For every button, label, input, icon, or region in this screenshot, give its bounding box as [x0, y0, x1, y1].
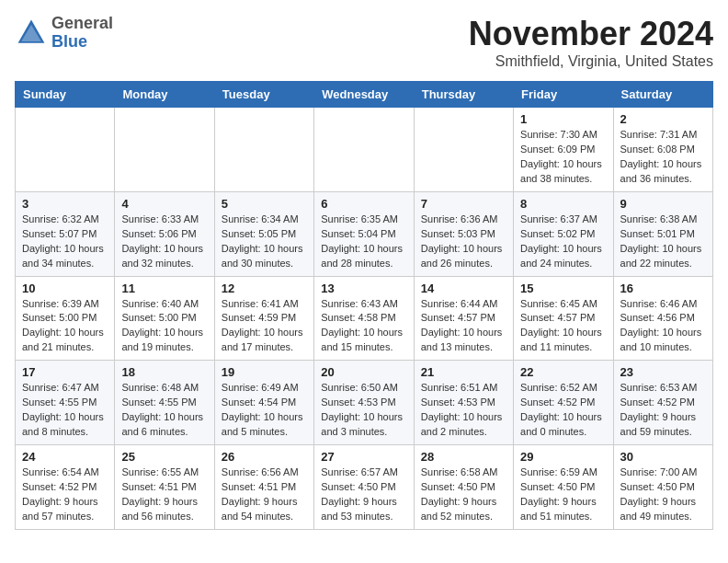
day-number: 22: [520, 365, 606, 379]
weekday-header: Wednesday: [314, 82, 414, 108]
day-info: Sunrise: 6:36 AM Sunset: 5:03 PM Dayligh…: [421, 213, 506, 271]
day-info: Sunrise: 6:53 AM Sunset: 4:52 PM Dayligh…: [620, 381, 706, 440]
day-info: Sunrise: 6:32 AM Sunset: 5:07 PM Dayligh…: [22, 213, 108, 271]
calendar-cell: 1Sunrise: 7:30 AM Sunset: 6:09 PM Daylig…: [514, 108, 613, 192]
month-title: November 2024: [469, 15, 713, 53]
day-info: Sunrise: 6:55 AM Sunset: 4:51 PM Dayligh…: [121, 465, 207, 524]
day-number: 16: [620, 282, 706, 295]
day-number: 29: [520, 450, 606, 464]
calendar-cell: 26Sunrise: 6:56 AM Sunset: 4:51 PM Dayli…: [214, 445, 313, 530]
day-info: Sunrise: 6:49 AM Sunset: 4:54 PM Dayligh…: [222, 381, 307, 440]
day-info: Sunrise: 7:31 AM Sunset: 6:08 PM Dayligh…: [620, 128, 706, 187]
day-number: 14: [421, 282, 506, 295]
day-info: Sunrise: 6:37 AM Sunset: 5:02 PM Dayligh…: [520, 213, 606, 271]
weekday-header: Friday: [514, 82, 613, 108]
day-number: 20: [321, 365, 406, 379]
calendar-cell: 6Sunrise: 6:35 AM Sunset: 5:04 PM Daylig…: [314, 191, 414, 276]
calendar-week-row: 10Sunrise: 6:39 AM Sunset: 5:00 PM Dayli…: [16, 276, 713, 361]
day-number: 30: [620, 450, 706, 464]
calendar-cell: [115, 108, 214, 192]
weekday-header: Thursday: [414, 82, 513, 108]
location: Smithfield, Virginia, United States: [469, 53, 713, 70]
calendar-cell: 4Sunrise: 6:33 AM Sunset: 5:06 PM Daylig…: [115, 191, 214, 276]
calendar-cell: 8Sunrise: 6:37 AM Sunset: 5:02 PM Daylig…: [514, 191, 613, 276]
day-number: 23: [620, 365, 706, 379]
calendar-cell: [314, 108, 414, 192]
calendar-week-row: 3Sunrise: 6:32 AM Sunset: 5:07 PM Daylig…: [16, 191, 713, 276]
calendar-week-row: 17Sunrise: 6:47 AM Sunset: 4:55 PM Dayli…: [16, 361, 713, 445]
day-number: 8: [520, 197, 606, 211]
day-number: 18: [121, 365, 207, 379]
calendar-cell: 9Sunrise: 6:38 AM Sunset: 5:01 PM Daylig…: [613, 191, 712, 276]
weekday-header: Tuesday: [214, 82, 313, 108]
day-number: 9: [620, 197, 706, 211]
logo: General Blue: [15, 15, 113, 52]
day-info: Sunrise: 6:47 AM Sunset: 4:55 PM Dayligh…: [22, 381, 108, 440]
title-block: November 2024 Smithfield, Virginia, Unit…: [469, 15, 713, 70]
day-number: 11: [121, 282, 207, 295]
day-number: 21: [421, 365, 506, 379]
day-number: 12: [222, 282, 307, 295]
calendar-header: SundayMondayTuesdayWednesdayThursdayFrid…: [16, 82, 713, 108]
day-number: 25: [121, 450, 207, 464]
calendar-cell: 21Sunrise: 6:51 AM Sunset: 4:53 PM Dayli…: [414, 361, 513, 445]
page-header: General Blue November 2024 Smithfield, V…: [15, 15, 713, 70]
day-number: 26: [222, 450, 307, 464]
day-info: Sunrise: 6:38 AM Sunset: 5:01 PM Dayligh…: [620, 213, 706, 271]
calendar-body: 1Sunrise: 7:30 AM Sunset: 6:09 PM Daylig…: [16, 108, 713, 530]
day-info: Sunrise: 6:48 AM Sunset: 4:55 PM Dayligh…: [121, 381, 207, 440]
day-info: Sunrise: 6:54 AM Sunset: 4:52 PM Dayligh…: [22, 465, 108, 524]
day-number: 17: [22, 365, 108, 379]
logo-icon: [15, 17, 48, 50]
calendar-cell: 27Sunrise: 6:57 AM Sunset: 4:50 PM Dayli…: [314, 445, 414, 530]
day-info: Sunrise: 6:33 AM Sunset: 5:06 PM Dayligh…: [121, 213, 207, 271]
day-info: Sunrise: 6:51 AM Sunset: 4:53 PM Dayligh…: [421, 381, 506, 440]
day-number: 13: [321, 282, 406, 295]
day-info: Sunrise: 6:43 AM Sunset: 4:58 PM Dayligh…: [321, 297, 406, 356]
calendar-week-row: 1Sunrise: 7:30 AM Sunset: 6:09 PM Daylig…: [16, 108, 713, 192]
day-info: Sunrise: 7:00 AM Sunset: 4:50 PM Dayligh…: [620, 465, 706, 524]
day-number: 10: [22, 282, 108, 295]
day-info: Sunrise: 6:44 AM Sunset: 4:57 PM Dayligh…: [421, 297, 506, 356]
calendar-week-row: 24Sunrise: 6:54 AM Sunset: 4:52 PM Dayli…: [16, 445, 713, 530]
day-info: Sunrise: 6:34 AM Sunset: 5:05 PM Dayligh…: [222, 213, 307, 271]
day-number: 19: [222, 365, 307, 379]
calendar-cell: [414, 108, 513, 192]
day-number: 1: [520, 112, 606, 126]
calendar-cell: 15Sunrise: 6:45 AM Sunset: 4:57 PM Dayli…: [514, 276, 613, 361]
day-info: Sunrise: 6:57 AM Sunset: 4:50 PM Dayligh…: [321, 465, 406, 524]
day-number: 4: [121, 197, 207, 211]
day-number: 15: [520, 282, 606, 295]
calendar-cell: 14Sunrise: 6:44 AM Sunset: 4:57 PM Dayli…: [414, 276, 513, 361]
day-info: Sunrise: 7:30 AM Sunset: 6:09 PM Dayligh…: [520, 128, 606, 187]
calendar-cell: 19Sunrise: 6:49 AM Sunset: 4:54 PM Dayli…: [214, 361, 313, 445]
calendar-cell: 18Sunrise: 6:48 AM Sunset: 4:55 PM Dayli…: [115, 361, 214, 445]
calendar-cell: [16, 108, 115, 192]
weekday-header: Sunday: [16, 82, 115, 108]
calendar-cell: 23Sunrise: 6:53 AM Sunset: 4:52 PM Dayli…: [613, 361, 712, 445]
calendar-cell: 16Sunrise: 6:46 AM Sunset: 4:56 PM Dayli…: [613, 276, 712, 361]
day-number: 3: [22, 197, 108, 211]
calendar-cell: 11Sunrise: 6:40 AM Sunset: 5:00 PM Dayli…: [115, 276, 214, 361]
day-number: 2: [620, 112, 706, 126]
calendar-cell: [214, 108, 313, 192]
day-info: Sunrise: 6:59 AM Sunset: 4:50 PM Dayligh…: [520, 465, 606, 524]
calendar-table: SundayMondayTuesdayWednesdayThursdayFrid…: [15, 81, 713, 530]
day-number: 27: [321, 450, 406, 464]
day-info: Sunrise: 6:41 AM Sunset: 4:59 PM Dayligh…: [222, 297, 307, 356]
day-info: Sunrise: 6:46 AM Sunset: 4:56 PM Dayligh…: [620, 297, 706, 356]
logo-text: General Blue: [51, 15, 113, 52]
calendar-cell: 25Sunrise: 6:55 AM Sunset: 4:51 PM Dayli…: [115, 445, 214, 530]
calendar-cell: 2Sunrise: 7:31 AM Sunset: 6:08 PM Daylig…: [613, 108, 712, 192]
weekday-header: Saturday: [613, 82, 712, 108]
day-number: 6: [321, 197, 406, 211]
calendar-cell: 17Sunrise: 6:47 AM Sunset: 4:55 PM Dayli…: [16, 361, 115, 445]
day-info: Sunrise: 6:35 AM Sunset: 5:04 PM Dayligh…: [321, 213, 406, 271]
calendar-cell: 30Sunrise: 7:00 AM Sunset: 4:50 PM Dayli…: [613, 445, 712, 530]
calendar-cell: 13Sunrise: 6:43 AM Sunset: 4:58 PM Dayli…: [314, 276, 414, 361]
weekday-header: Monday: [115, 82, 214, 108]
day-info: Sunrise: 6:40 AM Sunset: 5:00 PM Dayligh…: [121, 297, 207, 356]
calendar-cell: 12Sunrise: 6:41 AM Sunset: 4:59 PM Dayli…: [214, 276, 313, 361]
day-number: 5: [222, 197, 307, 211]
calendar-cell: 3Sunrise: 6:32 AM Sunset: 5:07 PM Daylig…: [16, 191, 115, 276]
